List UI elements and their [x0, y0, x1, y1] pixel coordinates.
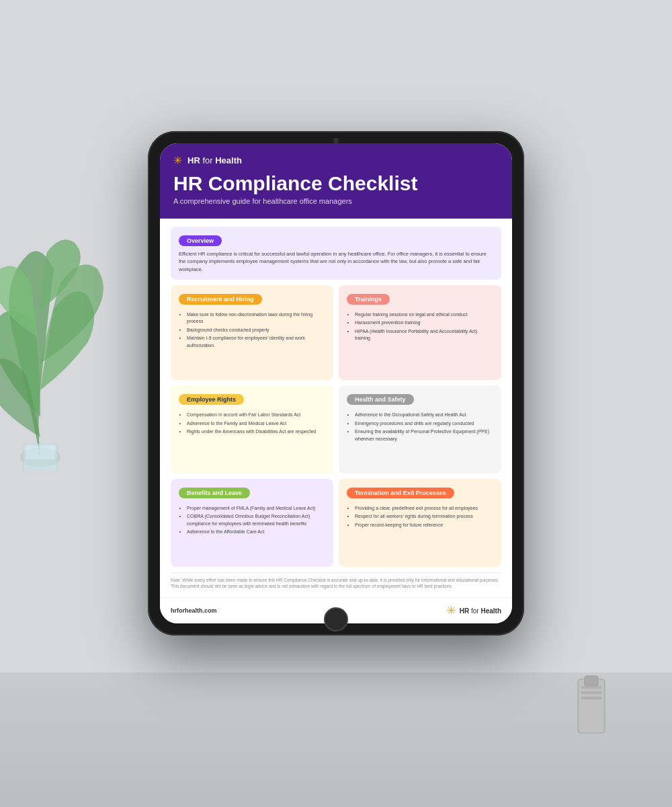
benefits-leave-list: Proper management of FMLA (Family and Me… [179, 505, 325, 536]
list-item: COBRA (Consolidated Omnibus Budget Recon… [187, 513, 325, 527]
list-item: Adherence to the Occupational Safety and… [355, 412, 493, 419]
tablet-home-button[interactable] [324, 607, 348, 631]
list-item: Maintain I-9 compliance for employees' i… [187, 335, 325, 349]
list-item: Rights under the Americans with Disabili… [187, 428, 325, 436]
brand-name: HR for Health [187, 155, 242, 165]
list-item: Respect for all workers' rights during t… [355, 513, 493, 521]
list-item: Proper record-keeping for future referen… [355, 522, 493, 529]
trainings-list: Regular training sessions on legal and e… [347, 311, 493, 342]
recruitment-badge: Recruitment and Hiring [179, 294, 262, 305]
tablet-device: ✳ HR for Health HR Compliance Checklist … [148, 131, 524, 636]
decorative-plant [0, 134, 134, 471]
list-item: Compensation in accord with Fair Labor S… [187, 412, 325, 419]
overview-badge: Overview [179, 235, 222, 246]
tablet-screen: ✳ HR for Health HR Compliance Checklist … [160, 143, 512, 623]
document-title: HR Compliance Checklist [173, 172, 499, 194]
footer-brand: ✳ HR for Health [446, 603, 501, 618]
list-item: Adherence to the Family and Medical Leav… [187, 420, 325, 428]
list-item: Background checks conducted properly [187, 327, 325, 334]
sections-grid: Recruitment and Hiring Make sure to foll… [171, 285, 501, 567]
list-item: Adherence to the Affordable Care Act [187, 529, 325, 536]
svg-rect-6 [581, 691, 601, 694]
employee-rights-card: Employee Rights Compensation in accord w… [171, 385, 333, 473]
health-safety-badge: Health and Safety [347, 394, 414, 405]
document-header: ✳ HR for Health HR Compliance Checklist … [160, 143, 512, 219]
list-item: Providing a clear, predefined exit proce… [355, 505, 493, 512]
footer-website: hrforhealth.com [171, 607, 217, 614]
termination-badge: Termination and Exit Processes [347, 488, 454, 498]
benefits-leave-badge: Benefits and Leave [179, 488, 250, 498]
footer-brand-icon: ✳ [446, 603, 456, 618]
svg-rect-4 [585, 676, 598, 686]
brand-row: ✳ HR for Health [173, 154, 499, 167]
overview-section: Overview Efficient HR compliance is crit… [171, 227, 501, 280]
footer-brand-name: HR for Health [460, 607, 501, 615]
trainings-card: Trainings Regular training sessions on l… [339, 285, 501, 380]
recruitment-list: Make sure to follow non-discrimination l… [179, 311, 325, 350]
svg-rect-2 [26, 446, 55, 459]
document-body: Overview Efficient HR compliance is crit… [160, 219, 512, 597]
decorative-clip [564, 672, 618, 740]
benefits-leave-card: Benefits and Leave Proper management of … [171, 479, 333, 567]
recruitment-card: Recruitment and Hiring Make sure to foll… [171, 285, 333, 380]
disclaimer-note: Note: While every effort has been made t… [171, 572, 501, 589]
employee-rights-list: Compensation in accord with Fair Labor S… [179, 412, 325, 436]
brand-logo-icon: ✳ [173, 154, 182, 167]
health-safety-card: Health and Safety Adherence to the Occup… [339, 385, 501, 473]
list-item: Regular training sessions on legal and e… [355, 311, 493, 319]
list-item: Emergency procedures and drills are regu… [355, 420, 493, 428]
document-subtitle: A comprehensive guide for healthcare off… [173, 197, 499, 205]
employee-rights-badge: Employee Rights [179, 394, 244, 405]
list-item: Harassment prevention training [355, 319, 493, 327]
overview-text: Efficient HR compliance is critical for … [179, 250, 493, 273]
termination-list: Providing a clear, predefined exit proce… [347, 505, 493, 529]
tablet-camera [333, 138, 339, 143]
trainings-badge: Trainings [347, 294, 390, 305]
list-item: Ensuring the availability of Personal Pr… [355, 428, 493, 443]
termination-card: Termination and Exit Processes Providing… [339, 479, 501, 567]
list-item: Proper management of FMLA (Family and Me… [187, 505, 325, 512]
list-item: Make sure to follow non-discrimination l… [187, 311, 325, 325]
svg-rect-7 [581, 697, 601, 699]
health-safety-list: Adherence to the Occupational Safety and… [347, 412, 493, 443]
list-item: HIPAA (Health Insurance Portability and … [355, 328, 493, 342]
svg-rect-5 [581, 686, 601, 689]
